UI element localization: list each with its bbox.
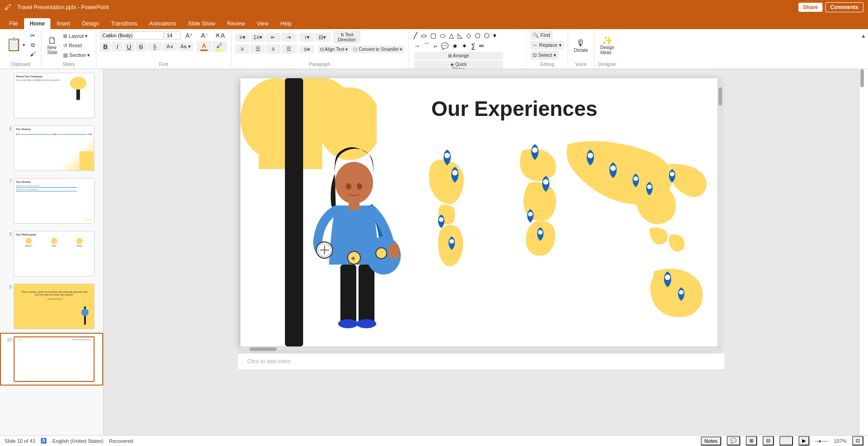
font-size-input[interactable]	[165, 31, 181, 40]
shape-oval[interactable]: ⬭	[439, 31, 447, 40]
decrease-indent-button[interactable]: ⇤	[266, 33, 280, 42]
tab-home[interactable]: Home	[24, 18, 50, 29]
shape-arrow[interactable]: →	[412, 41, 421, 51]
tab-insert[interactable]: Insert	[51, 18, 76, 29]
normal-view-button[interactable]: ⊞	[746, 436, 757, 446]
dictate-button[interactable]: 🎙 Dictate	[572, 37, 590, 54]
notes-area[interactable]: Click to add notes	[238, 353, 724, 369]
shape-right-triangle[interactable]: ◺	[456, 31, 464, 40]
reading-view-button[interactable]: 📄	[779, 436, 793, 446]
shape-misc[interactable]: ✦	[460, 41, 469, 51]
tab-review[interactable]: Review	[222, 18, 250, 29]
shape-triangle[interactable]: △	[448, 31, 455, 40]
comments-status-button[interactable]: 💬	[727, 436, 740, 446]
shape-callout[interactable]: 💬	[439, 41, 450, 51]
convert-smartart-button[interactable]: ⬡ Convert to SmartArt ▾	[351, 45, 404, 53]
highlight-button[interactable]: 🖊	[212, 41, 227, 52]
format-painter-icon: 🖌	[30, 51, 35, 57]
align-center-button[interactable]: ☰	[250, 45, 265, 54]
reset-button[interactable]: ↺ Reset	[61, 41, 92, 50]
shape-pentagon[interactable]: ⬠	[474, 31, 482, 40]
font-color-button[interactable]: A	[197, 41, 211, 52]
tab-file[interactable]: File	[4, 18, 23, 29]
text-direction-button[interactable]: ⇅ Text Direction	[333, 31, 360, 44]
notes-button[interactable]: Notes	[701, 436, 721, 446]
vertical-scrollbar-thumb[interactable]	[718, 87, 722, 105]
char-spacing-button[interactable]: A∨	[163, 42, 177, 51]
select-button[interactable]: ⊡ Select ▾	[530, 51, 559, 60]
decrease-font-button[interactable]: A⁻	[197, 31, 212, 40]
share-button[interactable]: Share	[798, 3, 823, 12]
quick-styles-button[interactable]: ◈ QuickStyles	[414, 60, 503, 69]
new-slide-button[interactable]: 🗋 NewSlide	[45, 35, 60, 56]
tab-help[interactable]: Help	[275, 18, 297, 29]
copy-button[interactable]: ⧉	[28, 41, 37, 49]
replace-button[interactable]: ↔ Replace ▾	[530, 41, 564, 50]
align-text-button[interactable]: ⊡ Align Text ▾	[318, 45, 350, 53]
section-button[interactable]: ▤ Section ▾	[61, 51, 92, 60]
slide-canvas[interactable]: ✤ Our Experiences	[240, 78, 718, 346]
shape-connector[interactable]: ⌐	[432, 41, 439, 51]
shape-equation[interactable]: ∑	[469, 41, 477, 51]
slide-item-6[interactable]: 6 Our History 2019 2018 2020	[0, 122, 103, 175]
cut-button[interactable]: ✂	[28, 31, 37, 40]
slide-item-10[interactable]: 10 Our Experiences	[0, 333, 103, 386]
shape-more[interactable]: ▾	[492, 31, 498, 40]
tab-design[interactable]: Design	[77, 18, 105, 29]
increase-font-button[interactable]: A⁺	[182, 31, 196, 40]
bold-button[interactable]: B	[100, 42, 111, 52]
slide-item-7[interactable]: 7 Our History Neptune is the furthest pl…	[0, 175, 103, 227]
shape-line[interactable]: ╱	[412, 31, 419, 40]
tab-slideshow[interactable]: Slide Show	[183, 18, 221, 29]
font-label: Font	[159, 60, 168, 67]
bullets-button[interactable]: ≡▾	[235, 33, 249, 42]
shape-curved[interactable]: ⌒	[422, 41, 431, 51]
slide-sorter-button[interactable]: ⊟	[763, 436, 774, 446]
ribbon-collapse-button[interactable]: ▲	[859, 31, 868, 67]
line-spacing-button[interactable]: ↕▾	[299, 33, 314, 42]
clear-format-button[interactable]: ✕A	[213, 31, 227, 40]
slide-item-5[interactable]: About Our Company You could write a subt…	[0, 69, 103, 122]
slide-item-8[interactable]: 8 Our Philosophy Mission Vision	[0, 227, 103, 280]
shape-freeform[interactable]: ✏	[478, 41, 486, 51]
right-scrollbar-thumb[interactable]	[860, 69, 864, 87]
zoom-slider[interactable]: ─●──	[815, 438, 828, 444]
fit-slide-button[interactable]: ⊡	[852, 436, 863, 446]
tab-transitions[interactable]: Transitions	[105, 18, 143, 29]
vertical-scrollbar[interactable]	[718, 78, 722, 346]
shape-rect[interactable]: ▭	[419, 31, 428, 40]
shape-diamond[interactable]: ◇	[465, 31, 473, 40]
col-spacing-button[interactable]: ⊟▾	[299, 45, 314, 53]
tab-animations[interactable]: Animations	[144, 18, 181, 29]
horizontal-scrollbar[interactable]	[240, 346, 718, 351]
find-button[interactable]: 🔍 Find	[530, 31, 552, 40]
slide-item-9[interactable]: 9 "This is a quote, words full of wisdom…	[0, 280, 103, 333]
canvas-area[interactable]: ✤ Our Experiences	[104, 69, 859, 435]
text-direction-icon: ⇅ Text Direction	[335, 32, 358, 42]
format-painter-button[interactable]: 🖌	[28, 50, 37, 58]
shape-hexagon[interactable]: ⬡	[483, 31, 491, 40]
slideshow-view-button[interactable]: ▶	[798, 436, 809, 446]
comments-button[interactable]: Comments	[825, 2, 863, 12]
design-ideas-button[interactable]: ✨ DesignIdeas	[598, 35, 617, 56]
tab-view[interactable]: View	[251, 18, 274, 29]
horizontal-scrollbar-thumb[interactable]	[249, 347, 277, 351]
shadow-button[interactable]: S̲	[147, 42, 162, 51]
accessibility-icon[interactable]: ♿	[40, 438, 47, 444]
shape-round-rect[interactable]: ▢	[429, 31, 438, 40]
change-case-button[interactable]: Aa ▾	[178, 42, 193, 51]
align-left-button[interactable]: ≡	[235, 45, 249, 54]
justify-button[interactable]: ☰	[281, 45, 296, 54]
layout-button[interactable]: ⊞ Layout ▾	[61, 32, 92, 40]
paste-button[interactable]: 📋 ▾	[4, 37, 27, 52]
numbering-button[interactable]: 1≡▾	[250, 33, 265, 42]
arrange-button[interactable]: ⊞ Arrange	[414, 52, 503, 60]
font-name-input[interactable]	[100, 31, 164, 40]
strikethrough-button[interactable]: S	[135, 42, 146, 52]
underline-button[interactable]: U	[124, 42, 135, 52]
increase-indent-button[interactable]: ⇥	[281, 33, 296, 42]
shape-star[interactable]: ★	[451, 41, 459, 51]
columns-button[interactable]: ⊟▾	[315, 33, 329, 42]
italic-button[interactable]: I	[112, 42, 123, 52]
align-right-button[interactable]: ≡	[266, 45, 280, 54]
